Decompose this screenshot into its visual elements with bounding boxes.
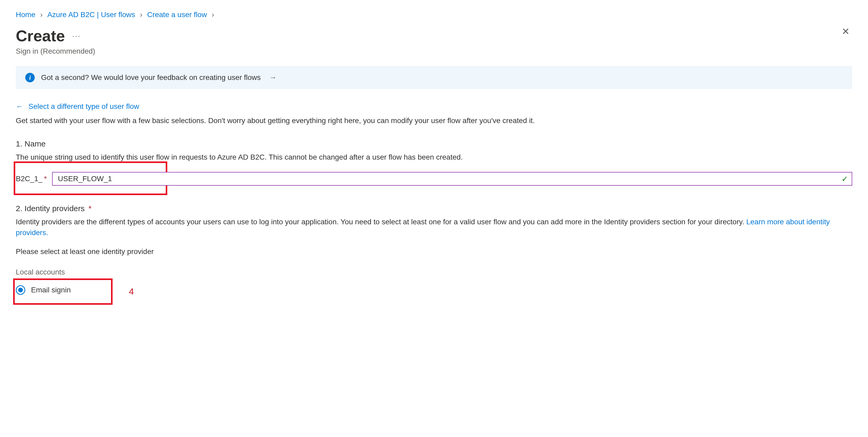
radio-icon xyxy=(16,285,25,295)
annotation-number-4: 4 xyxy=(129,286,134,296)
required-asterisk: * xyxy=(88,204,92,213)
email-signin-label: Email signin xyxy=(31,286,71,294)
required-asterisk: * xyxy=(44,175,47,183)
section-idp-heading: 2. Identity providers * xyxy=(16,204,852,213)
intro-text: Get started with your user flow with a f… xyxy=(16,116,852,126)
breadcrumb-userflows[interactable]: Azure AD B2C | User flows xyxy=(48,10,135,19)
arrow-left-icon: ← xyxy=(16,102,23,111)
userflow-name-input[interactable] xyxy=(52,172,852,186)
more-icon[interactable]: ··· xyxy=(72,32,81,40)
info-icon: i xyxy=(25,73,35,82)
chevron-right-icon: › xyxy=(140,10,142,19)
section-name-heading: 1. Name xyxy=(16,139,852,148)
please-select-text: Please select at least one identity prov… xyxy=(16,247,852,256)
back-link[interactable]: Select a different type of user flow xyxy=(28,102,139,111)
breadcrumbs: Home › Azure AD B2C | User flows › Creat… xyxy=(16,10,852,19)
local-accounts-label: Local accounts xyxy=(16,268,852,276)
name-prefix-label: B2C_1_* xyxy=(16,175,47,183)
section-name-desc: The unique string used to identify this … xyxy=(16,152,852,163)
close-icon[interactable]: ✕ xyxy=(839,27,852,36)
page-title: Create xyxy=(16,27,65,45)
breadcrumb-home[interactable]: Home xyxy=(16,10,35,19)
email-signin-option[interactable]: Email signin xyxy=(16,283,71,297)
check-icon: ✓ xyxy=(841,174,848,184)
section-idp-desc: Identity providers are the different typ… xyxy=(16,217,852,238)
chevron-right-icon: › xyxy=(212,10,214,19)
feedback-banner[interactable]: i Got a second? We would love your feedb… xyxy=(16,66,852,89)
chevron-right-icon: › xyxy=(40,10,42,19)
page-subtitle: Sign in (Recommended) xyxy=(16,47,852,56)
feedback-text: Got a second? We would love your feedbac… xyxy=(41,73,261,82)
arrow-right-icon: → xyxy=(269,73,276,82)
breadcrumb-create[interactable]: Create a user flow xyxy=(147,10,207,19)
